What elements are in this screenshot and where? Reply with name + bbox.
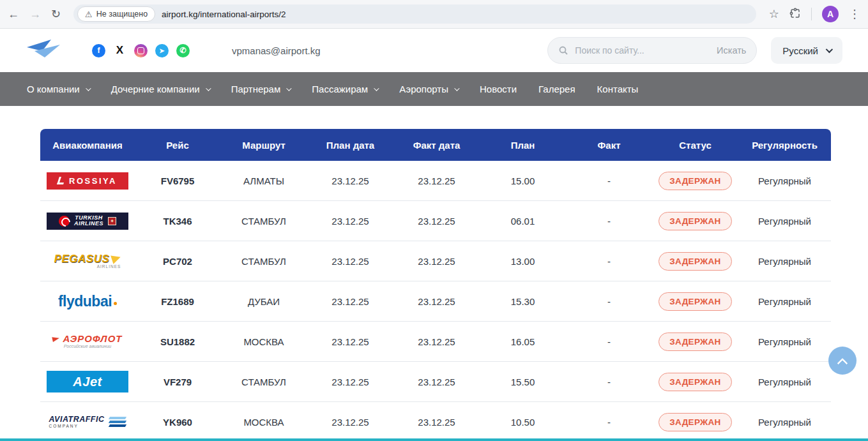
chevron-down-icon — [86, 86, 91, 91]
plan-date: 23.12.25 — [307, 417, 393, 428]
table-row: АЭРОФЛОТ Российские авиалинии SU1882 МОС… — [40, 322, 831, 362]
chevron-down-icon — [454, 86, 459, 91]
nav-item-airports[interactable]: Аэропорты — [399, 84, 458, 94]
whatsapp-icon[interactable]: ✆ — [176, 44, 190, 57]
nav-item-passengers[interactable]: Пассажирам — [312, 84, 377, 94]
table-row: flydubai FZ1689 ДУБАИ 23.12.25 23.12.25 … — [40, 281, 831, 322]
flight-number: YK960 — [135, 417, 220, 428]
profile-avatar[interactable]: A — [822, 6, 839, 22]
status-badge: ЗАДЕРЖАН — [659, 333, 731, 351]
status-badge: ЗАДЕРЖАН — [659, 292, 731, 311]
plan-date: 23.12.25 — [307, 336, 393, 347]
airline-logo-rossiya: ROSSIYA — [47, 172, 128, 190]
address-bar[interactable]: ⚠ Не защищено airport.kg/international-a… — [73, 4, 756, 24]
plan-time: 06.01 — [480, 216, 566, 227]
instagram-icon[interactable] — [134, 44, 148, 57]
site-header: f X ➤ ✆ vpmanas@airport.kg Искать Русски… — [0, 29, 868, 72]
plan-date: 23.12.25 — [307, 216, 393, 227]
flight-number: FV6795 — [135, 176, 220, 186]
url-text: airport.kg/international-airports/2 — [162, 10, 286, 19]
status-badge: ЗАДЕРЖАН — [659, 373, 731, 391]
arrow-up-icon — [837, 358, 848, 369]
status-badge: ЗАДЕРЖАН — [659, 212, 731, 230]
language-selector[interactable]: Русский — [771, 37, 842, 64]
email-link[interactable]: vpmanas@airport.kg — [232, 45, 321, 56]
status-badge: ЗАДЕРЖАН — [659, 172, 731, 190]
reload-icon[interactable]: ↻ — [51, 8, 61, 20]
flight-number: VF279 — [135, 377, 220, 387]
scroll-to-top-button[interactable] — [828, 347, 857, 375]
search-button[interactable]: Искать — [717, 45, 746, 56]
extensions-icon[interactable] — [789, 8, 801, 21]
column-header-flight: Рейс — [135, 140, 220, 151]
airline-logo-pegasus: PEGASUS AIRLINES — [54, 253, 121, 269]
search-box: Искать — [547, 37, 757, 64]
security-chip[interactable]: ⚠ Не защищено — [77, 6, 155, 22]
route: ДУБАИ — [220, 296, 307, 307]
route: СТАМБУЛ — [220, 256, 307, 267]
flight-number: FZ1689 — [135, 296, 220, 307]
forward-icon[interactable]: → — [29, 8, 41, 20]
flight-number: SU1882 — [135, 336, 220, 347]
social-links: f X ➤ ✆ — [92, 44, 190, 57]
language-label: Русский — [782, 45, 818, 56]
status-badge: ЗАДЕРЖАН — [659, 413, 731, 431]
aeroflot-wing-icon — [52, 336, 60, 342]
nav-item-contacts[interactable]: Контакты — [597, 84, 639, 94]
security-label: Не защищено — [96, 10, 148, 19]
fact-date: 23.12.25 — [393, 296, 480, 307]
regularity: Регулярный — [738, 216, 831, 227]
warning-icon: ⚠ — [85, 10, 93, 19]
route: МОСКВА — [220, 417, 307, 428]
browser-window: ← → ↻ ⚠ Не защищено airport.kg/internati… — [0, 0, 868, 441]
fact-date: 23.12.25 — [393, 377, 480, 387]
telegram-icon[interactable]: ➤ — [155, 44, 169, 57]
fact-time: - — [566, 256, 652, 267]
nav-item-news[interactable]: Новости — [480, 84, 517, 94]
plan-date: 23.12.25 — [307, 256, 393, 267]
nav-item-subsidiaries[interactable]: Дочерние компании — [111, 84, 209, 94]
turkish-flag-icon: ✦ — [108, 217, 116, 225]
table-row: AVIATRAFFIC COMPANY YK960 МОСКВА 23.12.2… — [40, 402, 831, 441]
table-row: PEGASUS AIRLINES PC702 СТАМБУЛ 23.12.25 … — [40, 241, 831, 281]
nav-item-gallery[interactable]: Галерея — [538, 84, 575, 94]
back-icon[interactable]: ← — [8, 8, 19, 20]
plan-time: 13.00 — [480, 256, 566, 267]
airline-logo-turkish-airlines: TURKISH AIRLINES ✦ — [47, 213, 128, 230]
nav-item-partners[interactable]: Партнерам — [231, 84, 291, 94]
regularity: Регулярный — [738, 296, 831, 307]
route: СТАМБУЛ — [220, 216, 307, 227]
search-icon — [558, 45, 568, 56]
search-input[interactable] — [575, 45, 710, 56]
pegasus-plane-icon — [110, 253, 122, 264]
airline-logo-flydubai: flydubai — [58, 293, 117, 310]
fact-date: 23.12.25 — [393, 256, 480, 267]
column-header-fact-date: Факт дата — [393, 140, 480, 151]
browser-toolbar: ← → ↻ ⚠ Не защищено airport.kg/internati… — [0, 0, 868, 29]
table-row: ROSSIYA FV6795 АЛМАТЫ 23.12.25 23.12.25 … — [40, 161, 831, 201]
flight-number: TK346 — [135, 216, 220, 227]
regularity: Регулярный — [738, 336, 831, 347]
bookmark-star-icon[interactable]: ☆ — [769, 8, 779, 20]
fact-time: - — [566, 216, 652, 227]
column-header-airline: Авиакомпания — [40, 140, 135, 151]
plan-date: 23.12.25 — [307, 176, 393, 186]
column-header-plan: План — [480, 140, 566, 151]
plan-time: 15.30 — [480, 296, 566, 307]
regularity: Регулярный — [738, 256, 831, 267]
airline-logo-aeroflot: АЭРОФЛОТ Российские авиалинии — [52, 334, 122, 349]
fact-time: - — [566, 336, 652, 347]
column-header-fact: Факт — [566, 140, 652, 151]
x-twitter-icon[interactable]: X — [113, 44, 126, 57]
facebook-icon[interactable]: f — [92, 44, 105, 57]
fact-time: - — [566, 377, 652, 387]
menu-kebab-icon[interactable]: ⋮ — [849, 8, 860, 20]
table-row: AJet VF279 СТАМБУЛ 23.12.25 23.12.25 15.… — [40, 362, 831, 402]
fact-time: - — [566, 296, 652, 307]
fact-date: 23.12.25 — [393, 216, 480, 227]
nav-item-about[interactable]: О компании — [27, 84, 89, 94]
regularity: Регулярный — [738, 417, 831, 428]
site-logo[interactable] — [26, 38, 61, 63]
table-header-row: Авиакомпания Рейс Маршрут План дата Факт… — [40, 129, 831, 161]
flydubai-dot-icon — [114, 302, 117, 305]
